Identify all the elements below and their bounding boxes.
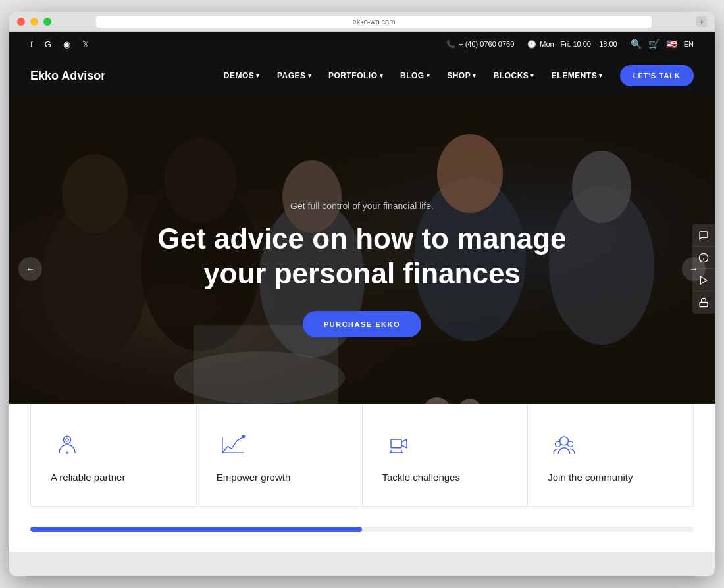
social-links: f G ◉ 𝕏 [30,39,89,49]
nav-links: DEMOS ▾ PAGES ▾ PORTFOLIO ▾ BLOG ▾ SHOP [217,65,694,86]
nav-label-pages: PAGES [277,71,306,80]
purchase-button[interactable]: PURCHASE EKKO [303,311,421,337]
chevron-down-icon: ▾ [599,72,603,79]
chevron-down-icon: ▾ [308,72,312,79]
chevron-down-icon: ▾ [473,72,477,79]
address-bar[interactable]: ekko-wp.com [96,16,652,28]
new-tab-button[interactable]: + [696,16,707,27]
community-icon [548,428,581,461]
nav-label-demos: DEMOS [224,71,255,80]
utility-icons: 🔍 🛒 🇺🇸 EN [631,39,694,49]
hero-content: Get full control of your financial life.… [9,95,715,443]
progress-bar [30,527,694,532]
nav-item-pages[interactable]: PAGES ▾ [271,67,318,84]
community-label: Join the community [548,472,633,483]
nav-label-elements: ELEMENTS [552,71,597,80]
hours-info: 🕐 Mon - Fri: 10:00 – 18:00 [527,40,617,49]
challenges-label: Tackle challenges [382,472,460,483]
partner-icon [51,428,84,461]
flag-icon: 🇺🇸 [666,39,677,49]
feature-card-community: Join the community [528,404,694,507]
lock-icon[interactable] [692,291,715,314]
svg-point-29 [242,435,245,439]
svg-marker-23 [700,276,706,284]
chevron-down-icon: ▾ [256,72,260,79]
nav-item-portfolio[interactable]: PORTFOLIO ▾ [322,67,390,84]
url-text: ekko-wp.com [353,18,396,26]
nav-label-blog: BLOG [400,71,425,80]
nav-item-blog[interactable]: BLOG ▾ [394,67,436,84]
top-bar-right: 📞 + (40) 0760 0760 🕐 Mon - Fri: 10:00 – … [446,39,694,49]
chevron-down-icon: ▾ [427,72,430,79]
lang-text[interactable]: EN [684,40,694,48]
features-section: A reliable partner Empower growth [9,404,715,552]
feature-card-partner: A reliable partner [30,404,197,507]
arrow-left-icon: ← [26,264,35,274]
play-icon[interactable] [692,269,715,291]
phone-info: 📞 + (40) 0760 0760 [446,40,514,49]
phone-number: + (40) 0760 0760 [459,40,514,48]
nav-label-shop: SHOP [447,71,471,80]
feature-card-growth: Empower growth [197,404,363,507]
svg-point-38 [568,441,573,447]
facebook-link[interactable]: f [30,39,33,49]
main-nav: Ekko Advisor DEMOS ▾ PAGES ▾ PORTFOLIO ▾… [9,57,715,95]
site-logo[interactable]: Ekko Advisor [30,69,105,83]
info-icon[interactable] [692,247,715,269]
hero-title-line1: Get advice on how to manage [157,222,566,255]
hours-text: Mon - Fri: 10:00 – 18:00 [540,40,617,48]
chat-icon[interactable] [692,224,715,247]
title-bar: ekko-wp.com + [9,12,715,32]
growth-icon [217,428,249,461]
svg-rect-24 [700,302,708,306]
nav-label-portfolio: PORTFOLIO [328,71,378,80]
chevron-down-icon: ▾ [530,72,534,79]
phone-icon: 📞 [446,40,455,49]
close-button[interactable] [17,18,25,26]
hero-prev-button[interactable]: ← [18,257,42,281]
nav-label-blocks: BLOCKS [494,71,529,80]
nav-item-shop[interactable]: SHOP ▾ [440,67,483,84]
nav-item-demos[interactable]: DEMOS ▾ [217,67,267,84]
website-content: f G ◉ 𝕏 📞 + (40) 0760 0760 🕐 Mon - Fri: … [9,32,715,552]
partner-label: A reliable partner [51,472,125,483]
search-icon[interactable]: 🔍 [631,39,642,49]
browser-window: ekko-wp.com + f G ◉ 𝕏 📞 + (40) 0760 0760… [9,12,715,576]
side-icons-panel [692,224,715,314]
nav-item-blocks[interactable]: BLOCKS ▾ [487,67,541,84]
svg-point-36 [560,437,569,445]
maximize-button[interactable] [43,18,51,26]
twitter-link[interactable]: 𝕏 [82,39,89,49]
top-bar: f G ◉ 𝕏 📞 + (40) 0760 0760 🕐 Mon - Fri: … [9,32,715,57]
progress-bar-fill [30,527,362,532]
minimize-button[interactable] [30,18,38,26]
hero-title-line2: your personal finances [203,257,521,289]
hero-title: Get advice on how to manage your persona… [157,222,566,291]
svg-point-25 [63,436,70,443]
google-link[interactable]: G [45,39,51,49]
nav-item-elements[interactable]: ELEMENTS ▾ [545,67,609,84]
growth-label: Empower growth [217,472,291,483]
svg-rect-32 [391,439,401,448]
instagram-link[interactable]: ◉ [63,39,70,49]
svg-point-37 [556,441,561,447]
chevron-down-icon: ▾ [380,72,384,79]
feature-card-challenges: Tackle challenges [363,404,529,507]
svg-point-26 [66,438,69,441]
feature-cards: A reliable partner Empower growth [30,404,694,507]
lets-talk-button[interactable]: LET'S TALK [620,65,694,86]
hero-section: Get full control of your financial life.… [9,95,715,443]
hero-subtitle: Get full control of your financial life. [290,201,434,211]
challenges-icon [382,428,415,461]
cart-icon[interactable]: 🛒 [648,39,659,49]
clock-icon: 🕐 [527,40,536,49]
